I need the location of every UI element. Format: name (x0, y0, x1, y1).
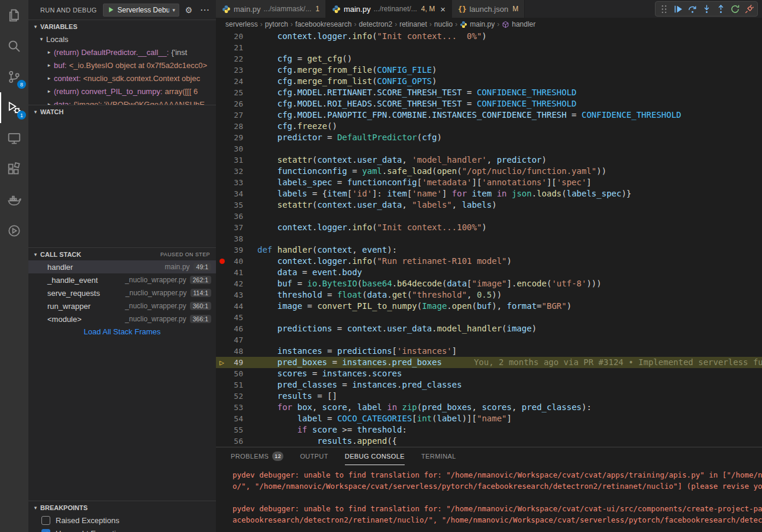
breadcrumb-item[interactable]: pytorch (265, 20, 288, 28)
code-line-36[interactable]: 36 (216, 211, 762, 222)
close-icon[interactable]: × (440, 4, 445, 14)
variable-row[interactable]: ▸(return) DefaultPredictor.__call__:{'in… (28, 46, 216, 59)
breadcrumb-item[interactable]: main.py (460, 20, 495, 28)
load-all-stack-frames-link[interactable]: Load All Stack Frames (28, 325, 216, 338)
variables-section-header[interactable]: ▾ VARIABLES (28, 20, 216, 33)
stack-frame-row[interactable]: _handle_event_nuclio_wrapper.py262:1 (28, 273, 216, 286)
drag-handle-icon[interactable] (657, 2, 670, 15)
code-line-38[interactable]: 38 (216, 233, 762, 244)
stack-frame-row[interactable]: <module>_nuclio_wrapper.py366:1 (28, 312, 216, 325)
code-line-37[interactable]: 37 context.logger.info("Init context...1… (216, 222, 762, 233)
code-line-39[interactable]: 39def handler(context, event): (216, 244, 762, 256)
docker-icon[interactable] (0, 185, 28, 215)
code-line-48[interactable]: 48 instances = predictions['instances'] (216, 346, 762, 357)
breadcrumb-item[interactable]: detectron2 (359, 20, 392, 28)
code-line-27[interactable]: 27 cfg.MODEL.PANOPTIC_FPN.COMBINE.INSTAN… (216, 109, 762, 121)
breakpoint-row[interactable]: ✓Uncaught Exceptions (28, 527, 216, 532)
line-number: 21 (224, 42, 243, 53)
code-line-24[interactable]: 24 cfg.merge_from_list(CONFIG_OPTS) (216, 76, 762, 87)
search-icon[interactable] (0, 31, 28, 62)
panel-tab-terminal[interactable]: TERMINAL (421, 447, 456, 465)
line-number: 51 (224, 379, 243, 391)
code-line-55[interactable]: 55 if score >= threshold: (216, 424, 762, 436)
code-line-49[interactable]: ▷49 pred_boxes = instances.pred_boxesYou… (216, 357, 762, 368)
panel-tab-problems[interactable]: PROBLEMS12 (231, 447, 283, 465)
code-line-32[interactable]: 32 functionconfig = yaml.safe_load(open(… (216, 166, 762, 177)
debug-config-dropdown[interactable]: Serverless Debu ▾ (103, 4, 179, 17)
code-line-56[interactable]: 56 results.append({ (216, 436, 762, 447)
panel-tab-debug-console[interactable]: DEBUG CONSOLE (345, 447, 405, 465)
code-line-45[interactable]: 45 (216, 312, 762, 323)
code-line-43[interactable]: 43 threshold = float(data.get("threshold… (216, 289, 762, 301)
code-line-50[interactable]: 50 scores = instances.scores (216, 368, 762, 379)
source-control-icon[interactable]: 8 (0, 62, 28, 92)
checkbox[interactable]: ✓ (41, 529, 50, 532)
code-line-35[interactable]: 35 setattr(context.user_data, "labels", … (216, 199, 762, 211)
step-out-icon[interactable] (714, 2, 727, 15)
code-line-53[interactable]: 53 for box, score, label in zip(pred_box… (216, 402, 762, 413)
code-line-21[interactable]: 21 (216, 42, 762, 53)
code-line-41[interactable]: 41 data = event.body (216, 267, 762, 278)
code-line-42[interactable]: 42 buf = io.BytesIO(base64.b64decode(dat… (216, 278, 762, 289)
code-editor[interactable]: 20 context.logger.info("Init context... … (216, 31, 762, 447)
code-line-22[interactable]: 22 cfg = get_cfg() (216, 53, 762, 65)
breadcrumb-item[interactable]: retinanet (399, 20, 427, 28)
run-and-debug-icon[interactable]: 1 (0, 92, 28, 123)
code-line-30[interactable]: 30 (216, 143, 762, 154)
code-line-54[interactable]: 54 label = COCO_CATEGORIES[int(label)]["… (216, 413, 762, 424)
tab-decoration: 1 (315, 5, 319, 13)
restart-icon[interactable] (728, 2, 741, 15)
stack-frame-row[interactable]: handlermain.py49:1 (28, 260, 216, 273)
play-circle-icon[interactable] (0, 215, 28, 246)
chevron-right-icon: ▸ (44, 75, 54, 81)
variable-row[interactable]: ▸context:<nuclio_sdk.context.Context obj… (28, 72, 216, 85)
variable-row[interactable]: ▸data:{'image': 'iVBORw0KGgoAAAANSUhE (28, 98, 216, 105)
code-line-44[interactable]: 44 image = convert_PIL_to_numpy(Image.op… (216, 301, 762, 312)
remote-explorer-icon[interactable] (0, 123, 28, 154)
disconnect-icon[interactable] (742, 2, 755, 15)
code-line-40[interactable]: 40 context.logger.info("Run retinanet-R1… (216, 256, 762, 267)
extensions-icon[interactable] (0, 154, 28, 185)
breadcrumb-item[interactable]: nuclio (434, 20, 453, 28)
step-into-icon[interactable] (700, 2, 713, 15)
code-line-29[interactable]: 29 predictor = DefaultPredictor(cfg) (216, 132, 762, 143)
step-over-icon[interactable] (686, 2, 699, 15)
line-number: 45 (224, 312, 243, 323)
line-number: 32 (224, 166, 243, 177)
call-stack-section-header[interactable]: ▾ CALL STACK PAUSED ON STEP (28, 247, 216, 260)
stack-frame-row[interactable]: run_wrapper_nuclio_wrapper.py360:1 (28, 299, 216, 312)
continue-icon[interactable] (671, 2, 684, 15)
code-line-26[interactable]: 26 cfg.MODEL.ROI_HEADS.SCORE_THRESH_TEST… (216, 98, 762, 109)
code-line-25[interactable]: 25 cfg.MODEL.RETINANET.SCORE_THRESH_TEST… (216, 87, 762, 98)
code-line-31[interactable]: 31 setattr(context.user_data, 'model_han… (216, 154, 762, 166)
breadcrumb-item[interactable]: facebookresearch (295, 20, 351, 28)
more-actions-icon[interactable]: ⋯ (198, 4, 211, 15)
variable-row[interactable]: ▸(return) convert_PIL_to_numpy:array([[[… (28, 85, 216, 98)
checkbox[interactable] (41, 516, 50, 525)
breakpoints-section-header[interactable]: ▾ BREAKPOINTS (28, 501, 216, 514)
code-line-23[interactable]: 23 cfg.merge_from_file(CONFIG_FILE) (216, 65, 762, 76)
code-line-51[interactable]: 51 pred_classes = instances.pred_classes (216, 379, 762, 391)
panel-tab-output[interactable]: OUTPUT (300, 447, 328, 465)
code-line-28[interactable]: 28 cfg.freeze() (216, 121, 762, 132)
editor-tab[interactable]: {}launch.jsonM (452, 0, 525, 18)
code-line-33[interactable]: 33 labels_spec = functionconfig['metadat… (216, 177, 762, 188)
watch-section-header[interactable]: ▾ WATCH (28, 105, 216, 118)
gear-icon[interactable]: ⚙ (182, 5, 195, 15)
code-line-20[interactable]: 20 context.logger.info("Init context... … (216, 31, 762, 42)
variable-row[interactable]: ▸buf:<_io.BytesIO object at 0x7f5a2dc1ec… (28, 59, 216, 72)
code-line-46[interactable]: 46 predictions = context.user_data.model… (216, 323, 762, 334)
start-debugging-icon[interactable] (107, 6, 115, 14)
stack-frame-row[interactable]: serve_requests_nuclio_wrapper.py114:1 (28, 286, 216, 299)
breakpoint-row[interactable]: Raised Exceptions (28, 514, 216, 527)
editor-tab[interactable]: main.py.../siammask/...1 (216, 0, 326, 18)
editor-tab[interactable]: main.py.../retinanet/...4, M× (326, 0, 452, 18)
breadcrumb-item[interactable]: serverless (225, 20, 258, 28)
breadcrumb-item[interactable]: handler (502, 20, 535, 28)
breakpoints-section: ▾ BREAKPOINTS Raised Exceptions✓Uncaught… (28, 501, 216, 532)
code-line-47[interactable]: 47 (216, 334, 762, 346)
scope-locals[interactable]: ▾ Locals (28, 33, 216, 46)
explorer-icon[interactable] (0, 0, 28, 31)
code-line-52[interactable]: 52 results = [] (216, 391, 762, 402)
code-line-34[interactable]: 34 labels = {item['id']: item['name'] fo… (216, 188, 762, 199)
